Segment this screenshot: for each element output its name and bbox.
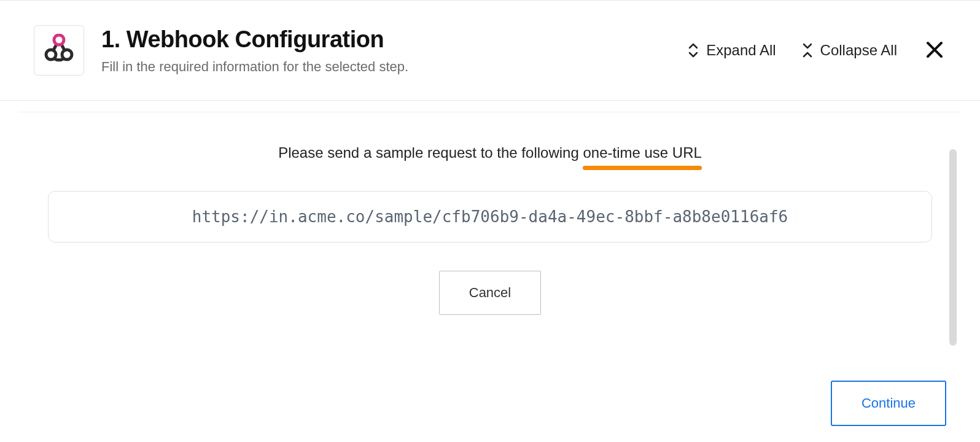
header-actions: Expand All Collapse All [688,38,946,63]
svg-point-0 [54,35,64,45]
expand-all-button[interactable]: Expand All [688,42,776,59]
content-area: Please send a sample request to the foll… [0,112,980,442]
cancel-button[interactable]: Cancel [439,271,541,315]
close-icon [925,52,944,61]
expand-all-label: Expand All [706,42,776,59]
instruction-highlight-text: one-time use URL [583,144,701,161]
page-subtitle: Fill in the required information for the… [101,59,408,75]
svg-point-2 [62,50,72,60]
collapse-all-button[interactable]: Collapse All [802,42,897,59]
header-left: 1. Webhook Configuration Fill in the req… [34,25,408,76]
collapse-all-label: Collapse All [820,42,897,59]
expand-icon [688,43,699,58]
highlight-underline [583,166,701,170]
dialog-header: 1. Webhook Configuration Fill in the req… [0,0,980,101]
instruction-text: Please send a sample request to the foll… [278,144,702,161]
webhook-icon [42,34,76,67]
title-block: 1. Webhook Configuration Fill in the req… [101,26,408,75]
svg-point-1 [46,50,56,60]
close-button[interactable] [923,38,946,63]
scrollbar[interactable] [949,149,957,346]
collapse-icon [802,43,813,58]
page-title: 1. Webhook Configuration [101,26,408,53]
sample-url-field[interactable]: https://in.acme.co/sample/cfb706b9-da4a-… [48,191,932,242]
content-inner: Please send a sample request to the foll… [18,112,962,442]
webhook-icon-box [34,25,84,76]
continue-button[interactable]: Continue [831,381,946,426]
